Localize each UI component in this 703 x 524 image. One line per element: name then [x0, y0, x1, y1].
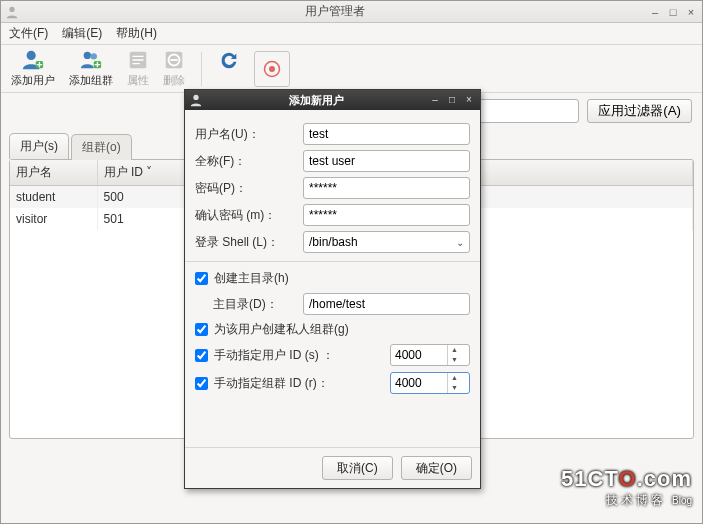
toolbar: 添加用户 添加组群 属性 删除 刷新	[1, 45, 702, 93]
wm-2: 技术博客	[606, 493, 666, 507]
private-group-label: 为该用户创建私人组群(g)	[214, 321, 349, 338]
menu-edit[interactable]: 编辑(E)	[62, 25, 102, 42]
home-dir-field[interactable]	[303, 293, 470, 315]
wm-1b: O	[619, 466, 637, 491]
add-user-dialog: 添加新用户 – □ × 用户名(U)： 全称(F)： 密码(P)： 确认密码 (…	[184, 89, 481, 489]
add-group-label: 添加组群	[69, 73, 113, 88]
tab-users[interactable]: 用户(s)	[9, 133, 69, 159]
gid-stepper[interactable]: ▲▼	[390, 372, 470, 394]
private-group-box[interactable]	[195, 323, 208, 336]
dialog-title: 添加新用户	[207, 93, 425, 108]
delete-label: 删除	[163, 73, 185, 88]
password-field[interactable]	[303, 177, 470, 199]
create-home-label: 创建主目录(h)	[214, 270, 289, 287]
properties-icon	[127, 49, 149, 71]
gid-input[interactable]	[391, 376, 447, 390]
toolbar-separator	[201, 52, 202, 86]
add-user-label: 添加用户	[11, 73, 55, 88]
dialog-titlebar: 添加新用户 – □ ×	[185, 90, 480, 110]
close-icon[interactable]: ×	[684, 5, 698, 19]
up-arrow-icon[interactable]: ▲	[448, 373, 461, 383]
menu-file[interactable]: 文件(F)	[9, 25, 48, 42]
dialog-body: 用户名(U)： 全称(F)： 密码(P)： 确认密码 (m)： 登录 Shell…	[185, 110, 480, 408]
svg-point-11	[193, 95, 198, 100]
shell-value: /bin/bash	[309, 235, 358, 249]
fullname-label: 全称(F)：	[195, 153, 295, 170]
ok-button[interactable]: 确定(O)	[401, 456, 472, 480]
help-icon	[263, 60, 281, 78]
create-home-checkbox[interactable]: 创建主目录(h)	[195, 270, 470, 287]
private-group-checkbox[interactable]: 为该用户创建私人组群(g)	[195, 321, 470, 338]
specify-uid-checkbox[interactable]	[195, 349, 208, 362]
down-arrow-icon[interactable]: ▼	[448, 383, 461, 393]
uid-stepper[interactable]: ▲▼	[390, 344, 470, 366]
add-user-button[interactable]: 添加用户	[11, 49, 55, 88]
properties-label: 属性	[127, 73, 149, 88]
specify-gid-checkbox[interactable]	[195, 377, 208, 390]
confirm-label: 确认密码 (m)：	[195, 207, 295, 224]
specify-gid-row: 手动指定组群 ID (r)： ▲▼	[195, 372, 470, 394]
svg-point-3	[84, 52, 91, 59]
home-dir-label: 主目录(D)：	[213, 296, 295, 313]
help-button[interactable]	[254, 51, 290, 87]
dialog-close-icon[interactable]: ×	[462, 93, 476, 107]
minimize-icon[interactable]: –	[648, 5, 662, 19]
menubar: 文件(F) 编辑(E) 帮助(H)	[1, 23, 702, 45]
chevron-down-icon: ⌄	[456, 237, 464, 248]
confirm-password-field[interactable]	[303, 204, 470, 226]
dialog-maximize-icon[interactable]: □	[445, 93, 459, 107]
svg-point-10	[269, 66, 275, 72]
svg-point-1	[27, 51, 36, 60]
watermark: 51CTO.com 技术博客Blog	[561, 466, 692, 509]
group-plus-icon	[80, 49, 102, 71]
col-username[interactable]: 用户名	[10, 160, 97, 186]
tab-groups[interactable]: 组群(o)	[71, 134, 132, 160]
specify-uid-label: 手动指定用户 ID (s) ：	[214, 347, 384, 364]
refresh-icon	[218, 49, 240, 71]
cancel-button[interactable]: 取消(C)	[322, 456, 393, 480]
dialog-minimize-icon[interactable]: –	[428, 93, 442, 107]
down-arrow-icon[interactable]: ▼	[448, 355, 461, 365]
dialog-footer: 取消(C) 确定(O)	[185, 447, 480, 488]
wm-1c: .com	[637, 466, 692, 491]
username-field[interactable]	[303, 123, 470, 145]
shell-select[interactable]: /bin/bash ⌄	[303, 231, 470, 253]
menu-help[interactable]: 帮助(H)	[116, 25, 157, 42]
shell-label: 登录 Shell (L)：	[195, 234, 295, 251]
maximize-icon[interactable]: □	[666, 5, 680, 19]
svg-point-0	[9, 6, 14, 11]
user-plus-icon	[22, 49, 44, 71]
uid-input[interactable]	[391, 348, 447, 362]
svg-point-4	[91, 53, 97, 59]
dialog-app-icon	[189, 93, 203, 107]
password-label: 密码(P)：	[195, 180, 295, 197]
refresh-button[interactable]: 刷新	[218, 49, 240, 88]
create-home-box[interactable]	[195, 272, 208, 285]
up-arrow-icon[interactable]: ▲	[448, 345, 461, 355]
wm-2b: Blog	[672, 495, 692, 506]
cell-name: visitor	[10, 208, 97, 230]
window-title: 用户管理者	[25, 3, 644, 20]
separator	[185, 261, 480, 262]
main-titlebar: 用户管理者 – □ ×	[1, 1, 702, 23]
app-icon	[5, 5, 19, 19]
fullname-field[interactable]	[303, 150, 470, 172]
specify-gid-label: 手动指定组群 ID (r)：	[214, 375, 384, 392]
cell-name: student	[10, 186, 97, 209]
specify-uid-row: 手动指定用户 ID (s) ： ▲▼	[195, 344, 470, 366]
apply-filter-button[interactable]: 应用过滤器(A)	[587, 99, 692, 123]
wm-1a: 51CT	[561, 466, 618, 491]
username-label: 用户名(U)：	[195, 126, 295, 143]
properties-button[interactable]: 属性	[127, 49, 149, 88]
delete-icon	[163, 49, 185, 71]
add-group-button[interactable]: 添加组群	[69, 49, 113, 88]
delete-button[interactable]: 删除	[163, 49, 185, 88]
